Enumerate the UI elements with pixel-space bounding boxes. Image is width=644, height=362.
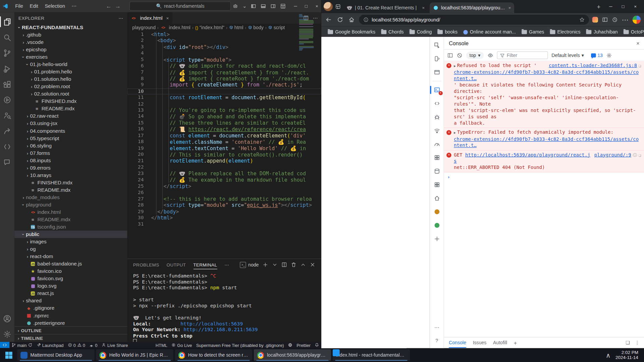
explorer-item-04-components[interactable]: ›04.components [14,127,127,135]
statusbar-item-launchpad[interactable]: Launchpad [35,342,66,348]
explorer-item-images[interactable]: ›images [14,238,127,245]
statusbar-item-go-live[interactable]: Go Live [169,342,194,348]
error-link[interactable]: chrome-extension://4fd90fb7-b033-4c82-8a… [454,136,639,148]
explorer-item-03-using-jsx[interactable]: ›03.using-jsx [14,120,127,127]
copy-stack-icon[interactable]: ❏ [639,62,641,69]
bookmark-octoprint[interactable]: OctoPrint [621,29,644,36]
explorer-item-favicon-svg[interactable]: favicon.svg [14,275,127,282]
explorer-item--npmrc[interactable]: .npmrc [14,312,127,319]
taskbar-clock[interactable]: 2:02 PM 2024-11-14 [615,350,638,360]
source-location-link[interactable]: content.ts-loader-3ed3668f.js:8❏ [546,62,641,69]
explorer-item-02-problem-root[interactable]: ›02.problem.root [14,83,127,90]
devtools-inspect-icon[interactable] [431,40,442,50]
vscode-search-input[interactable]: 🔍react-fundamentals [129,2,231,11]
expand-triangle-icon[interactable]: ▶ [454,63,456,69]
copilot-icon[interactable] [233,3,238,9]
dock-icon[interactable]: ❏ [626,340,630,346]
copilot-chevron-icon[interactable]: ⌄ [243,3,247,9]
explorer-item-01-solution-hello[interactable]: ›01.solution.hello [14,75,127,83]
explorer-item-01-js-hello-world[interactable]: ›01.js-hello-world [14,61,127,68]
statusbar-item-html[interactable]: HTML [154,342,169,348]
kill-terminal-icon[interactable] [291,262,297,267]
panel-tab-terminal[interactable]: TERMINAL [193,260,217,269]
explorer-item-05-typescript[interactable]: ›05.typescript [14,135,127,142]
explorer-item-readme-mdx[interactable]: ≡README.mdx [14,105,127,112]
devtools-help-icon[interactable]: ? [431,336,442,346]
activitybar-remote-explorer-icon[interactable] [0,108,14,123]
toggle-secondary-sidebar-icon[interactable] [270,3,276,9]
issues-counter[interactable]: 13 [591,53,603,58]
explorer-item-babel-standalone-js[interactable]: JSbabel-standalone.js [14,260,127,267]
browser-maximize-button[interactable]: □ [617,4,629,9]
devtools-grid-icon[interactable] [431,180,442,189]
activitybar-source-control-icon[interactable] [0,45,14,61]
toggle-sidebar-icon[interactable] [251,3,257,9]
activitybar-account-icon[interactable] [0,311,14,326]
explorer-item-finished-mdx[interactable]: ≡FINISHED.mdx [14,98,127,105]
devtools-plus-icon[interactable] [431,234,442,244]
live-expression-icon[interactable] [487,52,493,58]
expand-triangle-icon[interactable]: ▶ [454,130,456,136]
explorer-item-react-js[interactable]: JSreact.js [14,290,127,297]
log-levels-dropdown[interactable]: Default levels▾ [551,52,584,58]
devtools-perf-icon[interactable] [431,139,442,149]
breadcrumb-item[interactable]: body [248,25,263,30]
bookmark-online-account-man-[interactable]: Online account man... [461,29,518,36]
devtools-close-icon[interactable]: × [636,40,639,46]
sidebar-icon[interactable] [602,17,608,22]
devtools-greendot-icon[interactable] [431,221,442,230]
start-button[interactable] [2,348,16,362]
explorer-item-readme-mdx[interactable]: ≡README.mdx [14,186,127,194]
activitybar-testing-icon[interactable] [0,92,14,108]
devtools-device-icon[interactable] [431,54,442,63]
bookmark-books[interactable]: books [435,29,460,36]
taskbar-app-hello-world-in-js-epic-react-b[interactable]: Hello World in JS | Epic React by K... [96,349,173,361]
explorer-more-icon[interactable]: ⋯ [118,15,123,21]
breadcrumb-item[interactable]: {}"index.html" [195,25,224,30]
section-timeline[interactable]: ›TIMELINE [14,334,127,342]
panel-tab-output[interactable]: OUTPUT [167,261,186,269]
explorer-item-index-html[interactable]: <>index.html [14,208,127,216]
bookmark-games[interactable]: Games [519,29,547,36]
explorer-item-02-solution-root[interactable]: ›02.solution.root [14,90,127,98]
activitybar-extensions-icon[interactable] [0,76,14,92]
statusbar-item[interactable] [286,342,294,348]
statusbar-item-0[interactable]: 0 [87,342,100,348]
explorer-item-public[interactable]: ›public [14,231,127,238]
breadcrumb-item[interactable]: playground [132,25,156,30]
maximize-panel-icon[interactable] [300,262,306,267]
browser-tab[interactable]: localhost:5639/app/playground/× [430,2,514,13]
explorer-item--vscode[interactable]: ›.vscode [14,39,127,46]
statusbar-item-0[interactable]: 00 [66,342,88,348]
extension-icon[interactable] [592,17,598,22]
explorer-item-06-styling[interactable]: ›06.styling [14,142,127,149]
tab-close-icon[interactable]: × [508,5,511,10]
explorer-item-08-inputs[interactable]: ›08.inputs [14,157,127,164]
explorer-item-shared[interactable]: ›shared [14,297,127,305]
explorer-item--gitignore[interactable]: ◆.gitignore [14,305,127,312]
code-editor[interactable]: 1<html>2 <body>3 <div id="root"></div>45… [127,31,321,258]
explorer-item-node-modules[interactable]: ›node_modules [14,194,127,201]
menu-edit[interactable]: Edit [27,2,41,10]
back-icon[interactable] [324,16,332,23]
editor-area[interactable]: <> index.html × ⋯ playground›<>index.htm… [127,12,321,259]
vscode-minimize-button[interactable]: ─ [290,4,301,9]
breadcrumb-item[interactable]: script [268,25,285,30]
explorer-item-react-dom[interactable]: ›react-dom [14,253,127,260]
tray-chevron-icon[interactable]: ∧ [606,351,610,359]
menu-file[interactable]: File [12,2,26,10]
activitybar-explorer-icon[interactable] [0,14,14,30]
explorer-item-01-problem-hello[interactable]: ›01.problem.hello [14,68,127,75]
activitybar-live-share-icon[interactable] [0,123,14,139]
error-link[interactable]: http://localhost:5639/app/playground/rea… [454,152,590,164]
statusbar-item-supermaven-free-tier-disabled-by-gitignore-[interactable]: Supermaven Free Tier (disabled by .gitig… [194,342,286,348]
browser-menu-icon[interactable]: ⋯ [622,16,629,23]
panel-more-icon[interactable]: ⋯ [224,262,229,267]
browser-profile-avatar[interactable] [324,2,333,11]
activitybar-search-icon[interactable] [0,29,14,45]
activitybar-run-debug-icon[interactable] [0,61,14,76]
copy-stack-icon[interactable]: ❏ [639,152,641,158]
console-prompt[interactable]: › [444,172,644,182]
statusbar-item-live-share[interactable]: Live Share [100,342,130,348]
vscode-maximize-button[interactable]: □ [301,4,312,9]
